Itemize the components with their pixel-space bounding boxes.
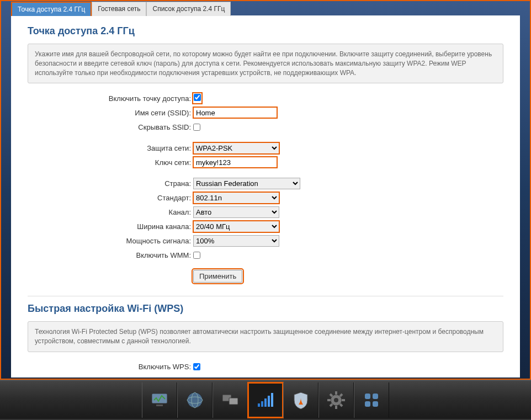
select-channel[interactable]: Авто (193, 206, 279, 218)
label-use-pin: Использовать пин-код: (28, 377, 193, 378)
svg-rect-6 (229, 398, 238, 405)
main-panel: Точка доступа 2.4 ГГц Гостевая сеть Спис… (0, 0, 531, 380)
label-security: Защита сети: (28, 144, 193, 152)
tab-guest-network[interactable]: Гостевая сеть (92, 2, 146, 16)
bottom-nav (0, 380, 531, 419)
nav-globe-icon[interactable] (177, 382, 213, 418)
label-ssid: Имя сети (SSID): (28, 109, 193, 117)
tab-access-list[interactable]: Список доступа 2.4 ГГц (146, 2, 231, 16)
section-title-wps: Быстрая настройка Wi-Fi (WPS) (28, 303, 503, 315)
svg-rect-11 (271, 393, 273, 407)
checkbox-enable-wps[interactable] (193, 363, 200, 370)
nav-computers-icon[interactable] (213, 382, 248, 418)
svg-line-20 (340, 394, 342, 396)
select-standard[interactable]: 802.11n (193, 192, 279, 204)
content-area: Точка доступа 2.4 ГГц Укажите имя для ва… (11, 15, 520, 378)
nav-shield-icon[interactable] (283, 382, 318, 418)
label-channel: Канал: (28, 208, 193, 216)
select-security[interactable]: WPA2-PSK (193, 142, 279, 154)
nav-apps-icon[interactable] (354, 382, 389, 418)
svg-rect-23 (373, 394, 378, 399)
info-box-wps: Технология Wi-Fi Protected Setup (WPS) п… (28, 321, 503, 352)
select-power[interactable]: 100% (193, 235, 279, 247)
svg-rect-24 (365, 401, 370, 407)
svg-rect-10 (268, 396, 270, 407)
select-width[interactable]: 20/40 МГц (193, 221, 279, 232)
label-hide-ssid: Скрывать SSID: (28, 123, 193, 131)
nav-gear-icon[interactable] (318, 382, 354, 418)
nav-wifi-icon[interactable] (248, 382, 283, 418)
svg-rect-8 (261, 401, 263, 407)
svg-rect-22 (365, 394, 370, 399)
svg-point-2 (187, 392, 203, 408)
svg-rect-1 (156, 405, 163, 406)
input-key[interactable] (193, 157, 277, 168)
label-standard: Стандарт: (28, 194, 193, 202)
svg-rect-25 (373, 401, 378, 407)
svg-point-13 (334, 398, 338, 402)
tab-bar: Точка доступа 2.4 ГГц Гостевая сеть Спис… (11, 1, 520, 15)
tab-access-point[interactable]: Точка доступа 2.4 ГГц (11, 2, 92, 16)
svg-line-19 (340, 404, 342, 406)
nav-monitor-icon[interactable] (142, 382, 177, 418)
label-enable-wps: Включить WPS: (28, 363, 193, 371)
svg-rect-7 (258, 403, 260, 407)
input-ssid[interactable] (193, 107, 277, 118)
label-wmm: Включить WMM: (28, 251, 193, 259)
svg-line-21 (330, 404, 332, 406)
label-key: Ключ сети: (28, 158, 193, 167)
label-country: Страна: (28, 179, 193, 188)
svg-line-18 (330, 394, 332, 396)
checkbox-hide-ssid[interactable] (193, 124, 200, 131)
select-country[interactable]: Russian Federation (193, 178, 300, 189)
info-box-ap: Укажите имя для вашей беспроводной сети,… (28, 44, 503, 83)
label-enable-ap: Включить точку доступа: (28, 94, 193, 103)
section-title-ap: Точка доступа 2.4 ГГц (28, 25, 503, 37)
checkbox-wmm[interactable] (193, 252, 200, 259)
apply-button-ap[interactable]: Применить (193, 270, 242, 283)
separator (28, 296, 503, 296)
label-width: Ширина канала: (28, 222, 193, 231)
svg-rect-9 (264, 398, 267, 407)
label-power: Мощность сигнала: (28, 237, 193, 245)
checkbox-enable-ap[interactable] (194, 94, 201, 101)
